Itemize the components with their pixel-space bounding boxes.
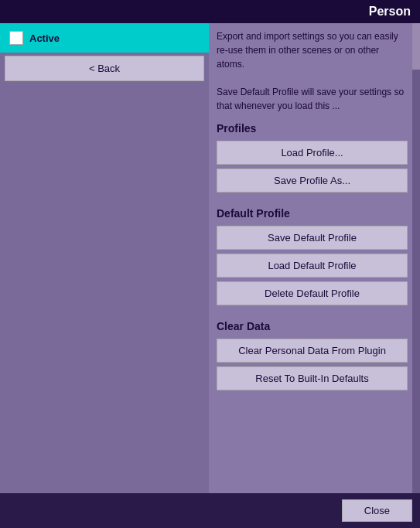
footer: Close [0,493,420,528]
save-profile-button[interactable]: Save Profile As... [217,169,408,192]
profiles-section-label: Profiles [217,122,408,135]
default-profile-section-label: Default Profile [217,207,408,220]
title-bar: Person [0,0,420,23]
active-label: Active [29,32,60,44]
clear-personal-data-button[interactable]: Clear Personal Data From Plugin [217,339,408,363]
save-default-profile-button[interactable]: Save Default Profile [217,226,408,250]
active-button[interactable]: Active [0,23,209,53]
clear-data-section-label: Clear Data [217,320,408,332]
window-title: Person [369,5,411,18]
delete-default-profile-button[interactable]: Delete Default Profile [217,281,408,305]
scrollbar[interactable] [412,23,420,493]
main-window: Person Active < Back Export and import s… [0,0,420,528]
close-button[interactable]: Close [342,499,412,522]
content-area: Active < Back Export and import settings… [0,23,420,493]
load-default-profile-button[interactable]: Load Default Profile [217,254,408,278]
back-button[interactable]: < Back [5,56,204,81]
description-text: Export and import settings so you can ea… [217,29,408,113]
reset-to-defaults-button[interactable]: Reset To Built-In Defaults [217,366,408,390]
active-checkbox[interactable] [9,31,23,45]
right-panel: Export and import settings so you can ea… [209,23,420,493]
load-profile-button[interactable]: Load Profile... [217,141,408,165]
left-panel: Active < Back [0,23,209,493]
scrollbar-thumb[interactable] [412,23,420,70]
